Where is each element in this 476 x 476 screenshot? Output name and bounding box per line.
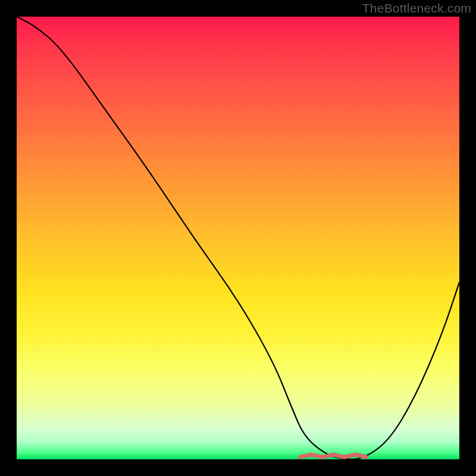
bottleneck-curve-path: [17, 17, 459, 459]
plot-area: [17, 17, 459, 459]
curve-svg: [17, 17, 459, 459]
watermark-text: TheBottleneck.com: [362, 1, 471, 15]
chart-container: TheBottleneck.com: [0, 0, 476, 476]
flat-minimum-highlight: [300, 455, 367, 457]
